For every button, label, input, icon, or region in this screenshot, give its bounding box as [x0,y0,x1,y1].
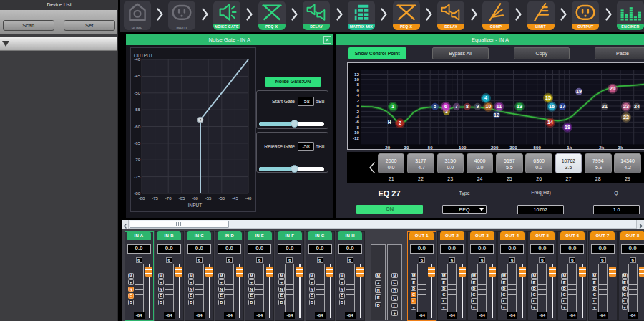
svg-text:-75: -75 [152,196,158,201]
svg-text:20: 20 [610,86,615,91]
svg-text:-8: -8 [355,125,359,130]
svg-text:-55: -55 [134,107,140,112]
svg-text:3k: 3k [618,145,623,150]
svg-text:0: 0 [357,103,360,108]
svg-text:-75: -75 [134,175,140,179]
svg-text:200: 200 [491,145,499,150]
svg-text:-80: -80 [139,196,145,201]
svg-text:-70: -70 [165,196,172,201]
svg-text:-50: -50 [218,196,225,201]
svg-text:8: 8 [466,104,469,109]
svg-text:10: 10 [354,77,359,82]
svg-text:500: 500 [534,145,542,150]
svg-text:-70: -70 [134,158,140,162]
svg-text:-80: -80 [134,191,140,196]
svg-text:4: 4 [357,92,360,97]
svg-text:-60: -60 [134,125,140,129]
svg-text:INPUT: INPUT [188,203,203,208]
svg-text:17: 17 [560,104,565,109]
svg-text:-45: -45 [232,196,238,201]
svg-text:-2: -2 [355,109,359,114]
svg-text:-12: -12 [353,135,360,140]
svg-text:6: 6 [357,87,360,92]
svg-text:10: 10 [486,105,492,110]
svg-text:300: 300 [509,145,517,150]
svg-text:-55: -55 [205,196,212,201]
svg-text:-40: -40 [134,57,140,62]
svg-text:50: 50 [428,145,433,150]
svg-text:7: 7 [455,104,458,109]
svg-text:H: H [388,120,391,125]
svg-text:-65: -65 [134,141,140,145]
svg-text:-65: -65 [179,196,185,201]
svg-text:11: 11 [497,104,502,109]
svg-text:15: 15 [545,95,551,100]
svg-text:-50: -50 [134,91,140,95]
svg-text:14: 14 [547,120,553,125]
svg-text:-6: -6 [355,120,359,125]
svg-text:5: 5 [434,104,436,109]
svg-text:19: 19 [576,89,582,94]
svg-text:2k: 2k [599,145,604,150]
svg-text:20: 20 [385,145,390,150]
svg-text:4: 4 [484,96,487,101]
svg-text:16: 16 [549,104,555,109]
svg-text:9: 9 [476,104,479,109]
svg-text:1: 1 [391,105,394,110]
svg-text:-10: -10 [353,130,360,135]
svg-text:100: 100 [459,145,467,150]
svg-text:-4: -4 [355,114,359,119]
svg-text:-60: -60 [192,196,198,201]
svg-text:21: 21 [602,104,608,109]
svg-text:23: 23 [623,104,629,109]
svg-text:12: 12 [354,72,359,77]
svg-text:-40: -40 [245,196,252,201]
svg-text:22: 22 [623,115,629,120]
svg-text:13: 13 [517,104,522,109]
svg-text:12: 12 [494,112,499,118]
svg-text:2: 2 [399,121,401,126]
svg-text:8: 8 [357,82,360,87]
svg-text:6: 6 [444,105,447,110]
svg-text:-45: -45 [134,74,140,78]
svg-text:24: 24 [634,104,640,109]
svg-text:30: 30 [404,145,409,150]
svg-text:2: 2 [357,98,360,103]
svg-text:18: 18 [565,125,570,130]
svg-text:1k: 1k [567,145,572,150]
